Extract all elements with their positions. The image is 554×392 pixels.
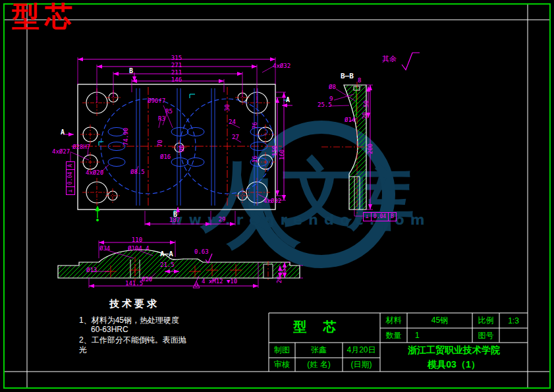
- dim-label: 20: [277, 276, 283, 283]
- dim-label: 110: [132, 237, 142, 243]
- title-block-no-label: 图号: [472, 328, 499, 343]
- tech-req-line: 2、工作部分不能倒钝。表面抛: [79, 335, 186, 346]
- dim-label: 315: [171, 55, 182, 61]
- feature-label: R5: [165, 109, 173, 115]
- section-mark-b: B: [129, 68, 133, 74]
- tolerance-datum: A: [66, 161, 75, 170]
- title-block-qty: 1: [407, 328, 480, 343]
- dim-label: 25: [281, 268, 287, 275]
- section-mark-a: A: [286, 97, 290, 103]
- feature-label: 20: [362, 112, 368, 119]
- thread-callout: 4 xM12 ▼10: [202, 279, 237, 285]
- tolerance-value: 0.04: [66, 169, 75, 187]
- section-mark-a: A: [61, 129, 65, 136]
- feature-label: 30: [225, 104, 231, 111]
- cad-drawing-canvas: 人 人 文 库 www.renrendoc.com: [0, 0, 554, 392]
- feature-label: Ø8.5: [130, 169, 145, 175]
- tolerance-frame: ⊥0.04B: [364, 212, 397, 221]
- dim-label: 211: [171, 70, 182, 76]
- feature-label: 70: [157, 140, 163, 147]
- feature-label: 8: [358, 78, 361, 84]
- title-block-scale: 1:3: [499, 313, 528, 328]
- tech-req-line: 光: [79, 345, 87, 356]
- feature-label: Ø13: [86, 267, 97, 273]
- feature-label: Ø34: [99, 246, 110, 252]
- title-block-scale-label: 比例: [472, 313, 499, 328]
- view-title: B—B: [341, 72, 354, 80]
- title-block-material-label: 材料: [380, 313, 407, 328]
- stamp-title: 型芯: [12, 1, 78, 32]
- feature-label: 90: [179, 145, 185, 152]
- dim-label: 200: [368, 144, 374, 154]
- title-block-draft-date: 4月20日: [343, 343, 380, 358]
- title-block-check-date: (日期): [343, 358, 380, 372]
- surface-finish-note: 其余: [382, 55, 397, 63]
- feature-label: 4xØ32: [263, 198, 281, 204]
- feature-label: 74.90: [123, 128, 129, 146]
- feature-label: R3: [158, 116, 165, 122]
- section-mark-b: B: [173, 211, 177, 218]
- dim-label: 150: [272, 146, 278, 156]
- feature-label: Ø104.4: [128, 246, 150, 252]
- dim-label: 141.5: [125, 281, 143, 287]
- feature-label: 4xØ32: [273, 63, 291, 69]
- title-block-check-name: (姓 名): [295, 358, 343, 372]
- feature-label: 50: [364, 100, 370, 107]
- tolerance-value: 0.04: [371, 212, 389, 221]
- feature-label: 25.5: [318, 102, 332, 108]
- tolerance-datum: B: [388, 212, 397, 221]
- tolerance-symbol: ⊥: [66, 186, 75, 195]
- feature-label: 24: [229, 119, 236, 125]
- feature-label: Ø16: [160, 154, 171, 160]
- dim-label: 146: [171, 77, 182, 83]
- feature-label: Ø14: [345, 117, 355, 123]
- feature-label: Ø96f7: [148, 98, 165, 104]
- gate-mark: [96, 206, 99, 221]
- tech-req-heading: 技术要求: [109, 298, 159, 310]
- feature-label: 16: [252, 155, 258, 163]
- feature-label: 27: [232, 134, 239, 140]
- feature-label: 4xØ20: [86, 170, 103, 176]
- title-block-check-label: 审核: [269, 358, 295, 372]
- title-block-qty-label: 数量: [380, 328, 407, 343]
- tech-req-line: 60-63HRC: [91, 325, 128, 334]
- dim-label: 160: [279, 150, 285, 160]
- dim-label: 271: [171, 63, 182, 69]
- feature-label: Ø28H7: [72, 144, 90, 150]
- feature-label: 4xØ27: [52, 149, 70, 155]
- dim-label: 187: [169, 217, 180, 223]
- title-block-part-name: 型 芯: [269, 314, 368, 340]
- feature-label: 76: [252, 122, 258, 129]
- roughness-value: 0.63: [194, 249, 209, 255]
- title-block-material: 45钢: [407, 313, 472, 328]
- feature-label: Ø8: [329, 84, 336, 90]
- dim-label: 21.5: [160, 262, 175, 268]
- section-view-geometry: [58, 250, 300, 281]
- title-block-class: 模具03（1）: [380, 358, 528, 372]
- title-block-draft-label: 制图: [269, 343, 295, 358]
- dim-label: 29: [219, 217, 226, 223]
- title-block-school: 浙江工贸职业技术学院: [380, 343, 528, 358]
- view-title: A—A: [160, 250, 173, 258]
- tolerance-frame: ⊥0.04A: [66, 161, 75, 194]
- feature-label: Ø20: [142, 277, 152, 283]
- title-block-draft-name: 张鑫: [295, 343, 343, 358]
